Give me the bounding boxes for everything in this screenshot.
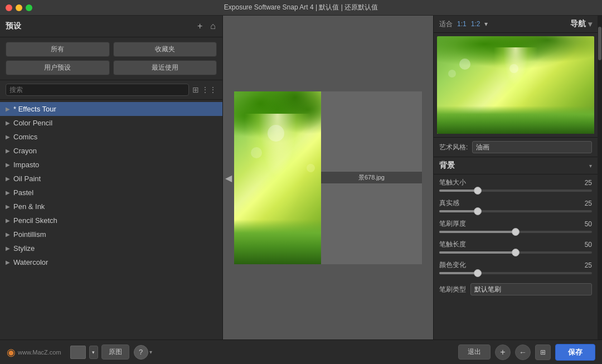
- left-arrow-button[interactable]: ◀: [223, 170, 234, 185]
- slider-track[interactable]: [439, 210, 592, 212]
- slider-value: 25: [585, 261, 592, 269]
- slider-label-row: 真实感 25: [439, 198, 592, 208]
- all-presets-button[interactable]: 所有: [6, 42, 110, 57]
- preset-item[interactable]: ▶Impasto: [0, 158, 222, 172]
- fit-1-2-button[interactable]: 1:2: [471, 20, 480, 28]
- preset-label: Oil Paint: [13, 174, 41, 183]
- slider-fill: [439, 190, 478, 192]
- preset-chevron-icon: ▶: [6, 245, 10, 251]
- fit-label: 适合: [439, 20, 453, 29]
- slider-track[interactable]: [439, 231, 592, 233]
- nav-dropdown-icon[interactable]: ▾: [588, 20, 592, 28]
- preset-label: Watercolor: [13, 258, 48, 266]
- preset-item[interactable]: ▶Oil Paint: [0, 172, 222, 186]
- slider-row: 颜色变化 25: [439, 260, 592, 274]
- slider-thumb[interactable]: [474, 187, 482, 195]
- preview-dropdown-button[interactable]: ▾: [89, 346, 98, 359]
- preset-item[interactable]: ▶* Effects Tour: [0, 102, 222, 116]
- close-button[interactable]: [6, 4, 12, 11]
- help-dropdown-icon[interactable]: ▾: [149, 349, 152, 355]
- slider-row: 真实感 25: [439, 198, 592, 212]
- slider-fill: [439, 251, 516, 254]
- preset-label: Pointillism: [13, 230, 46, 239]
- grid-bottom-button[interactable]: ⊞: [535, 344, 551, 360]
- preset-item[interactable]: ▶Pen & Ink: [0, 200, 222, 213]
- slider-label-row: 颜色变化 25: [439, 260, 592, 270]
- user-presets-button[interactable]: 用户预设: [6, 60, 110, 75]
- help-button[interactable]: ?: [134, 345, 148, 360]
- bottom-right-controls: 退出 + ← ⊞ 保存: [458, 344, 595, 361]
- preset-item[interactable]: ▶Comics: [0, 130, 222, 144]
- slider-thumb[interactable]: [512, 249, 520, 256]
- preset-item[interactable]: ▶Pencil Sketch: [0, 213, 222, 227]
- slider-label-row: 笔刷厚度 50: [439, 219, 592, 229]
- slider-label: 笔触大小: [439, 178, 466, 187]
- fit-1-1-button[interactable]: 1:1: [457, 20, 467, 28]
- section-collapse-icon[interactable]: ▾: [589, 163, 592, 169]
- right-scrollbar[interactable]: [598, 16, 602, 339]
- back-bottom-button[interactable]: ←: [515, 344, 531, 360]
- maximize-button[interactable]: [26, 4, 32, 11]
- traffic-lights: [6, 4, 32, 11]
- preset-chevron-icon: ▶: [6, 231, 10, 237]
- art-style-row: 艺术风格: 油画: [434, 138, 598, 157]
- art-style-select[interactable]: 油画: [472, 141, 592, 153]
- search-input[interactable]: [6, 84, 189, 96]
- slider-track[interactable]: [439, 190, 592, 192]
- original-button[interactable]: 原图: [101, 344, 129, 360]
- slider-value: 50: [585, 220, 592, 228]
- preset-item[interactable]: ▶Watercolor: [0, 255, 222, 269]
- recent-button[interactable]: 最近使用: [113, 60, 217, 75]
- slider-thumb[interactable]: [474, 207, 482, 215]
- window-title: Exposure Software Snap Art 4 | 默认值 | 还原默…: [224, 3, 378, 12]
- brush-type-select[interactable]: 默认笔刷: [470, 283, 592, 295]
- nav-grass-overlay: [437, 106, 594, 134]
- preset-item[interactable]: ▶Stylize: [0, 241, 222, 255]
- logo-icon: ◉: [7, 346, 16, 358]
- preset-chevron-icon: ▶: [6, 148, 10, 154]
- save-button[interactable]: 保存: [555, 344, 595, 361]
- grass-overlay: [234, 220, 321, 264]
- quit-button[interactable]: 退出: [458, 344, 491, 360]
- slider-track[interactable]: [439, 272, 592, 274]
- preset-list: ▶* Effects Tour▶Color Pencil▶Comics▶Cray…: [0, 100, 222, 339]
- bottom-bar: ◉ www.MacZ.com ▾ 原图 ? ▾ 退出 + ← ⊞ 保存: [0, 339, 602, 364]
- preset-chevron-icon: ▶: [6, 217, 10, 224]
- nav-preview: [434, 33, 598, 138]
- add-bottom-button[interactable]: +: [495, 344, 511, 360]
- main-layout: 预设 + ⌂ 所有 收藏夹 用户预设 最近使用 ⊞ ⋮⋮ ▶* Effects …: [0, 16, 602, 339]
- background-section-title: 背景: [439, 161, 455, 171]
- preset-label: Stylize: [13, 244, 35, 253]
- slider-fill: [439, 231, 516, 233]
- slider-label: 真实感: [439, 198, 459, 208]
- preset-label: Crayon: [13, 147, 37, 155]
- slider-row: 笔触大小 25: [439, 178, 592, 192]
- grid-view-icon[interactable]: ⋮⋮: [201, 85, 217, 94]
- slider-label-row: 笔触长度 50: [439, 240, 592, 249]
- slider-thumb[interactable]: [474, 269, 482, 277]
- preset-item[interactable]: ▶Color Pencil: [0, 116, 222, 130]
- canvas-area: ◀ 景678.jpg: [223, 16, 433, 339]
- preview-thumbnail: [70, 346, 86, 359]
- sidebar-search: ⊞ ⋮⋮: [0, 80, 222, 100]
- favorites-button[interactable]: 收藏夹: [113, 42, 217, 57]
- add-preset-button[interactable]: +: [196, 20, 203, 32]
- collapse-icon[interactable]: ⊞: [192, 85, 199, 94]
- scrollbar-thumb[interactable]: [598, 27, 601, 60]
- art-style-label: 艺术风格:: [439, 143, 468, 152]
- slider-value: 50: [585, 241, 592, 249]
- home-button[interactable]: ⌂: [209, 20, 217, 32]
- slider-value: 25: [585, 179, 592, 187]
- slider-label: 笔刷厚度: [439, 219, 466, 229]
- slider-track[interactable]: [439, 251, 592, 254]
- bottom-left-controls: ▾ 原图: [70, 344, 129, 360]
- preset-item[interactable]: ▶Pointillism: [0, 227, 222, 241]
- preset-item[interactable]: ▶Pastel: [0, 186, 222, 200]
- preset-label: Comics: [13, 133, 37, 141]
- preset-item[interactable]: ▶Crayon: [0, 144, 222, 158]
- preset-chevron-icon: ▶: [6, 134, 10, 140]
- slider-thumb[interactable]: [512, 228, 520, 236]
- fit-dropdown-icon[interactable]: ▾: [484, 20, 488, 28]
- canvas-container: 景678.jpg: [234, 91, 422, 264]
- minimize-button[interactable]: [16, 4, 22, 11]
